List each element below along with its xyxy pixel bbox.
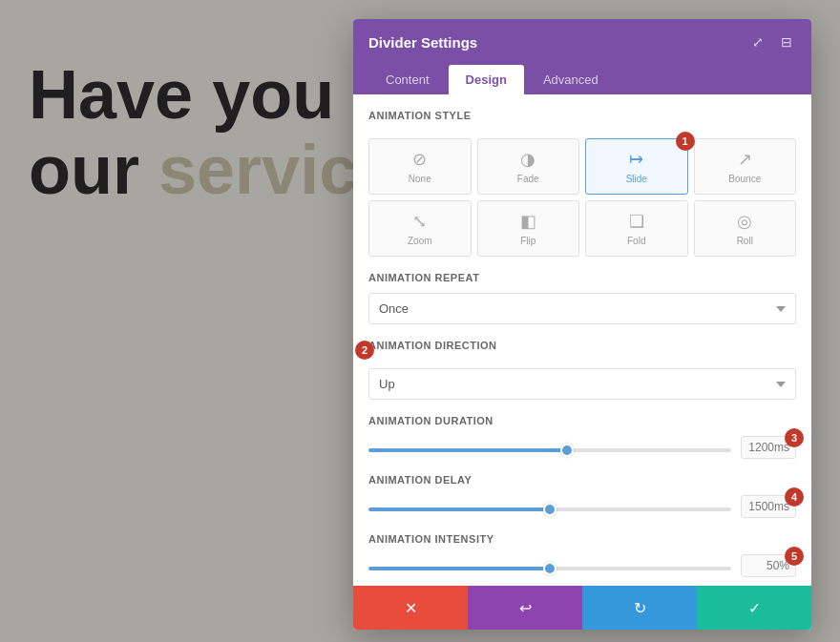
animation-delay-slider-row: 1500ms 4 [368,495,796,518]
animation-repeat-section: Animation Repeat Once Loop Infinite [368,272,796,324]
animation-style-grid: ⊘ None ◑ Fade 1 ↦ Slide ↗ Bounce ⤡ [368,138,796,257]
anim-option-none[interactable]: ⊘ None [368,138,472,195]
redo-button[interactable]: ↻ [582,586,697,630]
anim-fold-label: Fold [627,236,645,246]
modal-title: Divider Settings [368,34,477,51]
cancel-icon: ✕ [405,599,417,617]
animation-delay-section: Animation Delay 1500ms 4 [368,474,796,518]
anim-option-fade[interactable]: ◑ Fade [477,138,580,195]
anim-roll-label: Roll [737,236,753,246]
anim-option-bounce[interactable]: ↗ Bounce [694,138,797,195]
badge-4: 4 [785,487,804,507]
anim-fold-icon: ❏ [629,211,644,232]
reset-button[interactable]: ↩ [468,586,582,630]
redo-icon: ↻ [634,599,646,617]
animation-repeat-select[interactable]: Once Loop Infinite [368,293,796,324]
animation-duration-section: Animation Duration 1200ms 3 [368,415,796,459]
animation-intensity-slider-row: 50% 5 [368,554,796,577]
animation-direction-label-row: Animation Direction 2 [368,340,796,361]
modal-header-icons: ⤢ ⊟ [748,32,796,52]
anim-slide-icon: ↦ [629,149,643,170]
badge-3: 3 [785,428,804,447]
anim-none-icon: ⊘ [412,149,427,170]
anim-option-fold[interactable]: ❏ Fold [585,200,688,257]
modal-header: Divider Settings ⤢ ⊟ [353,19,811,65]
anim-bounce-label: Bounce [728,174,761,184]
anim-fade-icon: ◑ [520,149,536,170]
anim-bounce-icon: ↗ [738,149,752,170]
animation-delay-slider[interactable] [368,507,731,511]
anim-option-roll[interactable]: ◎ Roll [694,200,797,257]
animation-direction-section: Animation Direction 2 Up Down Left Right [368,340,796,400]
animation-duration-label: Animation Duration [368,415,796,426]
anim-option-flip[interactable]: ◧ Flip [477,200,580,257]
anim-option-zoom[interactable]: ⤡ Zoom [368,200,472,257]
animation-delay-label: Animation Delay [368,474,796,486]
animation-repeat-label: Animation Repeat [368,272,796,283]
animation-intensity-section: Animation Intensity 50% 5 [368,533,796,577]
animation-direction-select[interactable]: Up Down Left Right [368,368,796,400]
tabs-bar: Content Design Advanced [353,65,811,94]
tab-advanced[interactable]: Advanced [526,65,616,94]
animation-style-section: Animation Style ⊘ None ◑ Fade 1 ↦ Slide [368,110,796,257]
reset-icon: ↩ [519,599,532,617]
anim-zoom-label: Zoom [408,236,432,246]
tab-content[interactable]: Content [368,65,447,94]
anim-flip-icon: ◧ [520,211,536,232]
modal-body: Animation Style ⊘ None ◑ Fade 1 ↦ Slide [353,94,811,586]
anim-roll-icon: ◎ [737,211,752,232]
animation-direction-label: Animation Direction [368,340,497,351]
animation-duration-slider-row: 1200ms 3 [368,436,796,459]
animation-intensity-track [368,557,731,574]
cancel-button[interactable]: ✕ [353,586,468,630]
anim-slide-label: Slide [626,174,647,184]
animation-intensity-label: Animation Intensity [368,533,796,545]
tab-design[interactable]: Design [449,65,524,94]
animation-intensity-slider[interactable] [368,567,731,570]
anim-none-label: None [409,174,431,184]
badge-1: 1 [676,132,695,151]
divider-settings-modal: Divider Settings ⤢ ⊟ Content Design Adva… [353,19,811,630]
save-icon: ✓ [748,599,761,617]
anim-flip-label: Flip [520,236,536,246]
save-button[interactable]: ✓ [697,586,811,630]
animation-style-label-row: Animation Style [368,110,796,131]
expand-icon[interactable]: ⤢ [748,32,767,52]
anim-fade-label: Fade [517,174,539,184]
anim-zoom-icon: ⤡ [412,211,427,232]
animation-duration-track [368,439,731,456]
anim-option-slide[interactable]: 1 ↦ Slide [585,138,688,195]
modal-footer: ✕ ↩ ↻ ✓ [353,586,811,630]
animation-duration-slider[interactable] [368,448,731,452]
badge-5: 5 [785,547,804,566]
animation-delay-track [368,498,731,515]
badge-2: 2 [355,341,374,360]
animation-style-label: Animation Style [368,110,472,121]
columns-icon[interactable]: ⊟ [777,32,796,52]
